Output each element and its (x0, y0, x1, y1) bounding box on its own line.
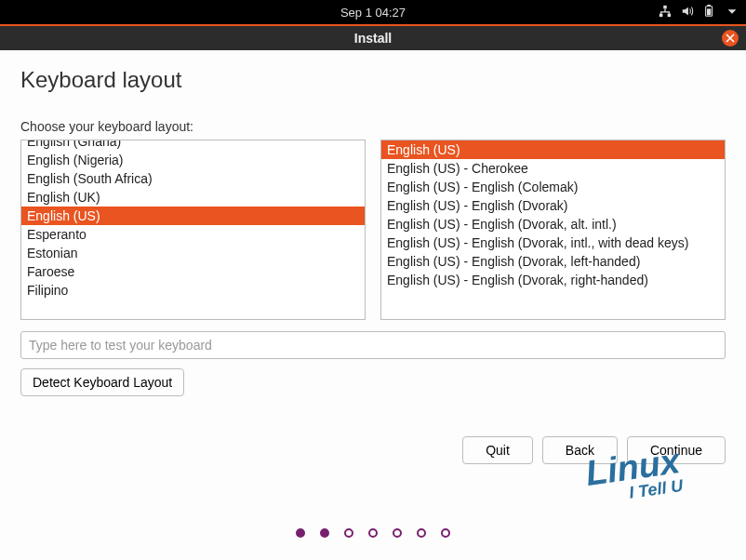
chevron-down-icon[interactable] (726, 5, 739, 20)
list-item[interactable]: Faroese (21, 262, 365, 281)
clock: Sep 1 04:27 (340, 6, 406, 20)
list-item[interactable]: English (US) - English (Dvorak, right-ha… (381, 271, 725, 289)
progress-dot (320, 528, 329, 538)
list-item[interactable]: English (US) (21, 207, 365, 225)
list-item[interactable]: English (US) - English (Dvorak, alt. int… (381, 215, 725, 233)
list-item[interactable]: English (US) - Cherokee (381, 159, 725, 178)
window-title: Install (354, 31, 392, 46)
list-item[interactable]: English (South Africa) (21, 169, 365, 188)
network-icon[interactable] (659, 5, 672, 20)
system-top-bar: Sep 1 04:27 (0, 0, 746, 24)
progress-dots (296, 528, 450, 538)
window-titlebar: Install (0, 24, 746, 50)
volume-icon[interactable] (681, 5, 694, 20)
quit-button[interactable]: Quit (462, 436, 533, 464)
svg-rect-1 (659, 13, 663, 17)
progress-dot (368, 528, 378, 538)
close-button[interactable] (722, 30, 739, 47)
svg-rect-5 (707, 8, 711, 15)
list-item[interactable]: Esperanto (21, 225, 365, 244)
progress-dot (393, 528, 402, 538)
back-button[interactable]: Back (542, 436, 618, 464)
list-item[interactable]: English (US) - English (Dvorak, left-han… (381, 252, 725, 271)
continue-button[interactable]: Continue (627, 436, 726, 464)
progress-dot (344, 528, 353, 538)
list-item[interactable]: Filipino (21, 281, 365, 300)
battery-icon[interactable] (703, 5, 716, 20)
svg-rect-2 (668, 13, 672, 17)
layout-variant-list[interactable]: English (US)English (US) - CherokeeEngli… (380, 140, 726, 320)
installer-content: Keyboard layout Choose your keyboard lay… (0, 50, 746, 560)
svg-rect-0 (663, 5, 667, 8)
list-item[interactable]: English (Nigeria) (21, 151, 365, 169)
list-item[interactable]: English (US) (381, 140, 725, 159)
list-item[interactable]: English (Ghana) (21, 140, 365, 151)
progress-dot (296, 528, 305, 538)
layout-language-list[interactable]: English (Ghana)English (Nigeria)English … (20, 140, 366, 320)
list-item[interactable]: English (US) - English (Dvorak, intl., w… (381, 233, 725, 252)
list-item[interactable]: English (US) - English (Dvorak) (381, 196, 725, 215)
list-item[interactable]: English (UK) (21, 188, 365, 207)
keyboard-test-input[interactable] (20, 331, 726, 359)
instruction-label: Choose your keyboard layout: (20, 119, 726, 134)
detect-layout-button[interactable]: Detect Keyboard Layout (20, 368, 184, 396)
list-item[interactable]: Estonian (21, 244, 365, 262)
page-title: Keyboard layout (20, 67, 726, 93)
svg-rect-4 (707, 5, 711, 7)
list-item[interactable]: English (US) - English (Colemak) (381, 178, 725, 196)
progress-dot (417, 528, 426, 538)
progress-dot (441, 528, 450, 538)
